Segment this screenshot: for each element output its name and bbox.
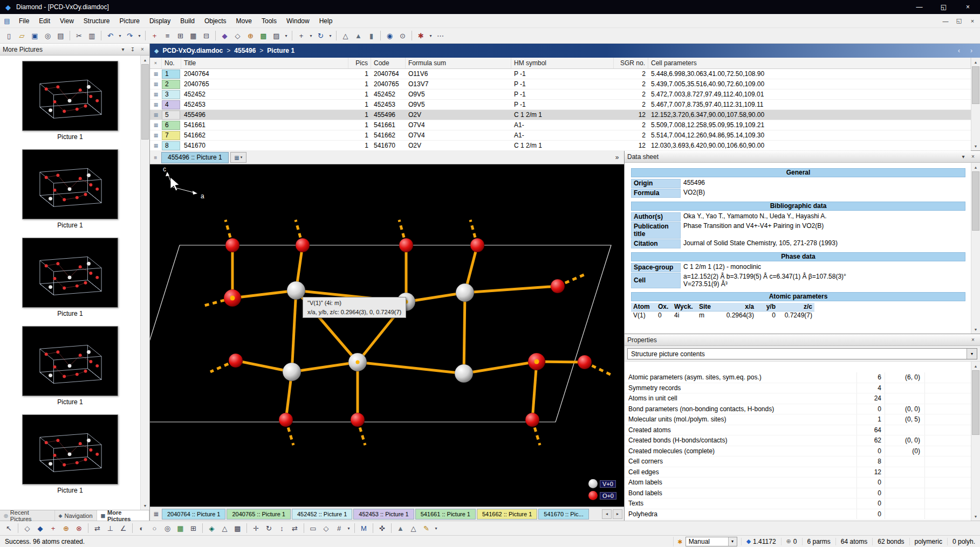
tools-dropdown-icon[interactable]: ▾ — [428, 30, 434, 41]
more-options-icon[interactable]: ⋯ — [434, 30, 447, 41]
column-header-pics[interactable]: Pics — [348, 58, 371, 68]
properties-scrollbar[interactable]: ▲ ▼ — [971, 362, 980, 521]
mdi-minimize-button[interactable]: — — [940, 16, 951, 26]
lasso-select-icon[interactable]: ◇ — [21, 522, 33, 534]
column-header-hm[interactable]: HM symbol — [511, 58, 614, 68]
picture-thumbnail[interactable]: Picture 1 — [22, 414, 118, 494]
scrollbar-thumb[interactable] — [972, 171, 979, 231]
property-row[interactable]: Bond parameters (non-bonding contacts, H… — [625, 404, 971, 415]
powder-chart-icon[interactable]: ▲ — [352, 30, 365, 41]
scroll-up-icon[interactable]: ▲ — [971, 362, 980, 370]
menu-item[interactable]: Help — [314, 15, 338, 27]
pin-icon[interactable]: ↧ — [128, 45, 137, 54]
table-row[interactable]: ▦ 8 541670 1 541670 O2V C 1 2/m 1 12 12.… — [150, 141, 971, 151]
panel-dropdown-icon[interactable]: ▾ — [119, 45, 127, 54]
viewing-direction-icon[interactable]: ◇ — [320, 522, 332, 534]
delete-atom-icon[interactable]: ⊗ — [73, 522, 85, 534]
thumbnail-image[interactable] — [22, 414, 118, 484]
menu-item[interactable]: Edit — [34, 15, 55, 27]
table-row[interactable]: ▦ 7 541662 1 541662 O7V4 A1- 2 5.514,7.0… — [150, 130, 971, 141]
menu-item[interactable]: File — [14, 15, 34, 27]
drop-atom-icon[interactable]: ⊥ — [104, 522, 116, 534]
sidebar-tab[interactable]: ◆ Navigation — [55, 510, 97, 521]
sidebar-tab[interactable]: ▦ More Pictures — [97, 510, 149, 521]
data-sheet-icon[interactable]: ▦ — [187, 30, 200, 41]
pyramid-icon[interactable]: △ — [339, 30, 352, 41]
copy-icon[interactable]: ▥ — [86, 30, 98, 41]
powder-pattern-icon[interactable]: ▲ — [394, 522, 407, 534]
camera-icon[interactable]: ⊙ — [396, 30, 409, 41]
menu-item[interactable]: Build — [175, 15, 200, 27]
packing-range-icon[interactable]: ▩ — [231, 522, 244, 534]
data-brief-icon[interactable]: ≡ — [161, 30, 174, 41]
atom-design-icon[interactable]: ◆ — [34, 522, 46, 534]
breadcrumb-document[interactable]: PCD-VxOy.diamdoc — [162, 47, 223, 54]
property-row[interactable]: Created bonds (H-bonds/contacts) 62 (0, … — [625, 435, 971, 446]
menu-item[interactable]: Objects — [200, 15, 231, 27]
chevron-down-icon[interactable]: ▾ — [967, 349, 977, 359]
scrollbar-thumb[interactable] — [141, 64, 149, 140]
open-file-icon[interactable]: ▱ — [16, 30, 28, 41]
new-structure-picture-icon[interactable]: + — [148, 30, 161, 41]
mdi-restore-button[interactable]: ◱ — [953, 16, 965, 26]
save-icon[interactable]: ▣ — [29, 30, 41, 41]
row-number-badge[interactable]: 4 — [162, 100, 180, 109]
picture-tab[interactable]: 541661 :: Picture 1 — [415, 509, 476, 520]
redo-dropdown-icon[interactable]: ▾ — [136, 30, 142, 41]
print-icon[interactable]: ▤ — [54, 30, 67, 41]
translate-xy-icon[interactable]: ⇄ — [289, 522, 301, 534]
picture-tab[interactable]: 2040764 :: Picture 1 — [162, 509, 225, 520]
property-row[interactable]: Polyhedra 0 — [625, 509, 971, 520]
close-table-icon[interactable]: × — [150, 58, 162, 68]
cut-icon[interactable]: ✂ — [73, 30, 85, 41]
picture-tab[interactable]: 2040765 :: Picture 1 — [227, 509, 290, 520]
add-atom-icon[interactable]: + — [47, 522, 59, 534]
scroll-up-icon[interactable]: ▲ — [971, 58, 980, 66]
structure-picture-icon[interactable]: ◆ — [218, 30, 231, 41]
scroll-up-icon[interactable]: ▲ — [971, 163, 980, 171]
column-header-title[interactable]: Title — [181, 58, 348, 68]
grid-icon[interactable]: # — [333, 522, 345, 534]
picture-tab[interactable]: 541662 :: Picture 1 — [477, 509, 537, 520]
breadcrumb-dataset[interactable]: 455496 — [234, 47, 256, 54]
property-row[interactable]: Cell edges 12 — [625, 467, 971, 478]
thumbnail-image[interactable] — [22, 326, 118, 396]
property-row[interactable]: Created molecules (complete) 0 (0) — [625, 446, 971, 457]
exchange-atoms-icon[interactable]: ⇄ — [91, 522, 104, 534]
property-row[interactable]: Atom labels 0 — [625, 477, 971, 488]
minimize-button[interactable]: — — [907, 0, 931, 14]
menu-item[interactable]: Move — [231, 15, 257, 27]
tabs-next-icon[interactable]: ▸ — [613, 509, 622, 519]
document-icon[interactable]: ▤ — [0, 17, 14, 25]
thumbnail-image[interactable] — [22, 238, 118, 308]
coordination-sphere-icon[interactable]: ◐ — [135, 522, 148, 534]
menu-item[interactable]: Tools — [257, 15, 282, 27]
fill-cell-icon[interactable]: ▩ — [257, 30, 270, 41]
polyhedron-icon[interactable]: ◈ — [205, 522, 218, 534]
datasheet-scrollbar[interactable]: ▲ ▼ — [971, 163, 980, 334]
build-icon[interactable]: ⊕ — [244, 30, 257, 41]
panel-dropdown-icon[interactable]: ▾ — [959, 153, 968, 161]
thumbnail-image[interactable] — [22, 149, 118, 219]
picture-tab[interactable]: 452452 :: Picture 1 — [292, 509, 352, 520]
diagram-icon[interactable]: ▮ — [365, 30, 378, 41]
molecule-symbol-icon[interactable]: M — [358, 522, 370, 534]
menu-item[interactable]: View — [55, 15, 79, 27]
breadcrumb-picture[interactable]: Picture 1 — [267, 47, 294, 54]
rotate-tool-icon[interactable]: ↻ — [263, 522, 275, 534]
atomic-table-row[interactable]: V(1) 0 4i m 0.2964(3) 0 0.7249(7) — [631, 311, 967, 320]
menu-item[interactable]: Structure — [79, 15, 115, 27]
close-button[interactable]: × — [956, 0, 980, 14]
zoom-tool-icon[interactable]: ↕ — [276, 522, 288, 534]
packing-dropdown-icon[interactable]: ▾ — [283, 30, 289, 41]
active-picture-tab[interactable]: 455496 :: Picture 1 — [161, 152, 229, 163]
structure-drawing[interactable]: a c — [150, 164, 625, 507]
panel-close-icon[interactable]: × — [969, 153, 977, 161]
property-row[interactable]: Texts 0 — [625, 498, 971, 509]
undo-icon[interactable]: ↶ — [104, 30, 116, 41]
scroll-up-icon[interactable]: ▲ — [141, 56, 149, 64]
table-row[interactable]: ▦ 4 452453 1 452453 O9V5 P -1 2 5.467,7.… — [150, 100, 971, 110]
angle-tool-icon[interactable]: ∠ — [117, 522, 129, 534]
cell-edges-icon[interactable]: ▭ — [307, 522, 319, 534]
scroll-down-icon[interactable]: ▼ — [971, 512, 980, 521]
